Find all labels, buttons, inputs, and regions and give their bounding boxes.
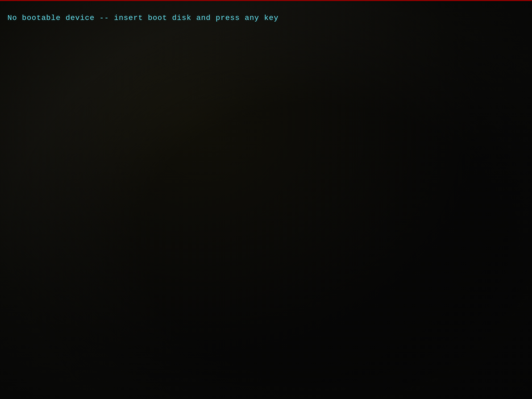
- bios-screen: No bootable device -- insert boot disk a…: [0, 0, 532, 399]
- no-bootable-device-message: No bootable device -- insert boot disk a…: [7, 14, 279, 22]
